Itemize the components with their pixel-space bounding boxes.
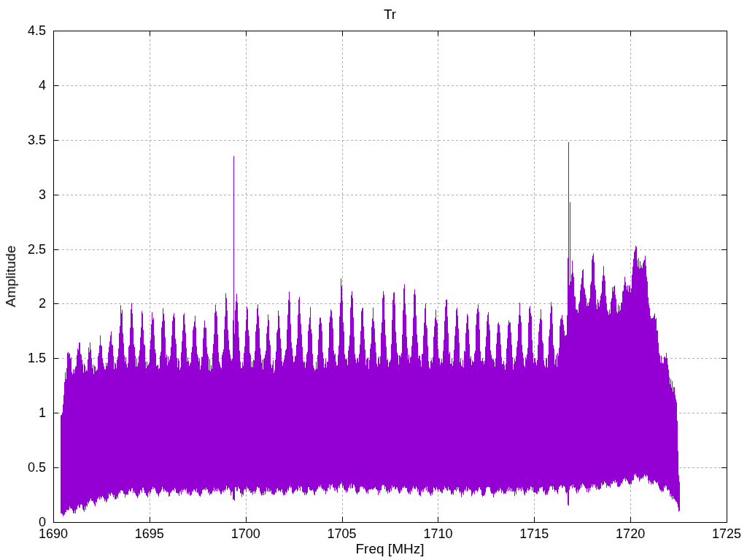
x-tick-label: 1695 (120, 526, 179, 541)
y-tick-label: 1.5 (0, 350, 46, 366)
y-tick-label: 3 (0, 187, 46, 203)
y-tick-label: 4.5 (0, 23, 46, 39)
x-axis-label: Freq [MHz] (53, 541, 727, 557)
y-tick-label: 0.5 (0, 459, 46, 475)
y-tick-label: 3.5 (0, 132, 46, 148)
x-tick-label: 1705 (313, 526, 371, 541)
x-tick-label: 1715 (505, 526, 563, 541)
y-tick-label: 1 (0, 405, 46, 421)
plot-container: Tr Amplitude Freq [MHz] 1690169517001705… (0, 0, 747, 560)
x-tick-label: 1700 (217, 526, 275, 541)
y-tick-label: 4 (0, 77, 46, 93)
spectrum-canvas (0, 0, 747, 560)
x-tick-label: 1725 (697, 526, 747, 541)
y-tick-label: 2 (0, 295, 46, 311)
x-tick-label: 1720 (601, 526, 659, 541)
x-tick-label: 1710 (409, 526, 467, 541)
y-tick-label: 2.5 (0, 241, 46, 257)
chart-title: Tr (53, 7, 727, 23)
y-tick-label: 0 (0, 514, 46, 530)
